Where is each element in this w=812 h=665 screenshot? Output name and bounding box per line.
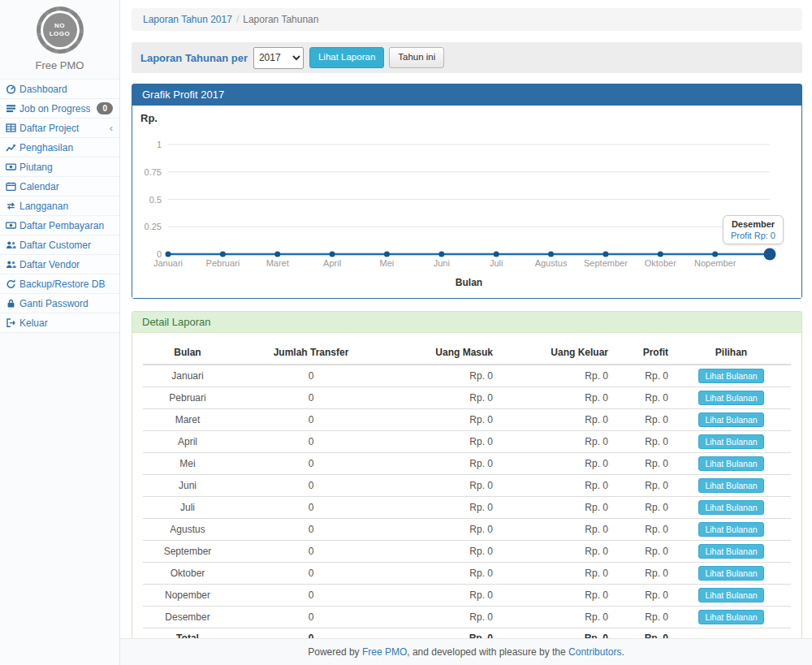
sidebar-item-keluar[interactable]: Keluar bbox=[0, 313, 119, 333]
table-row: April0Rp. 0Rp. 0Rp. 0Lihat Bulanan bbox=[143, 431, 791, 453]
users-icon bbox=[6, 259, 19, 270]
svg-text:Bulan: Bulan bbox=[456, 277, 482, 288]
cell-jumlah-transfer: 0 bbox=[232, 585, 390, 607]
cell-uang-masuk: Rp. 0 bbox=[390, 519, 496, 541]
cell-uang-keluar: Rp. 0 bbox=[496, 475, 611, 497]
cell-pilihan: Lihat Bulanan bbox=[672, 409, 791, 431]
sign-out-icon bbox=[6, 317, 19, 328]
sidebar-item-label: Ganti Password bbox=[19, 298, 89, 309]
sidebar-item-backup-restore-db[interactable]: Backup/Restore DB bbox=[0, 274, 119, 294]
footer-link-free-pmo[interactable]: Free PMO bbox=[362, 646, 407, 658]
cell-profit: Rp. 0 bbox=[611, 541, 672, 563]
svg-text:September: September bbox=[584, 258, 628, 268]
lihat-bulanan-button[interactable]: Lihat Bulanan bbox=[698, 456, 763, 471]
sidebar-item-ganti-password[interactable]: Ganti Password bbox=[0, 294, 119, 313]
cell-pilihan: Lihat Bulanan bbox=[672, 563, 791, 585]
cell-profit: Rp. 0 bbox=[611, 607, 672, 628]
cell-profit: Rp. 0 bbox=[611, 387, 672, 409]
svg-text:1: 1 bbox=[157, 140, 162, 149]
lihat-bulanan-button[interactable]: Lihat Bulanan bbox=[698, 478, 763, 493]
tahun-ini-button[interactable]: Tahun ini bbox=[389, 47, 444, 68]
cell-jumlah-transfer: 0 bbox=[232, 607, 390, 628]
lihat-bulanan-button[interactable]: Lihat Bulanan bbox=[698, 610, 763, 624]
col-header-pilihan: Pilihan bbox=[672, 341, 791, 365]
footer-text-suffix: . bbox=[621, 646, 624, 658]
sidebar-item-label: Daftar Pembayaran bbox=[19, 220, 104, 231]
cell-pilihan: Lihat Bulanan bbox=[672, 365, 791, 387]
chart-tooltip: Desember Profit Rp: 0 bbox=[723, 215, 784, 244]
col-header-uang-masuk: Uang Masuk bbox=[390, 341, 496, 365]
sidebar-item-daftar-customer[interactable]: Daftar Customer bbox=[0, 235, 119, 255]
cell-uang-masuk: Rp. 0 bbox=[390, 453, 496, 475]
lihat-bulanan-button[interactable]: Lihat Bulanan bbox=[698, 500, 763, 515]
sidebar-item-label: Piutang bbox=[19, 162, 53, 173]
table-header-row: Bulan Jumlah Transfer Uang Masuk Uang Ke… bbox=[143, 341, 791, 365]
cell-bulan: Nopember bbox=[143, 585, 232, 607]
cell-jumlah-transfer: 0 bbox=[232, 475, 390, 497]
cell-profit: Rp. 0 bbox=[611, 475, 672, 497]
cell-bulan: Maret bbox=[143, 409, 232, 431]
breadcrumb: Laporan Tahun 2017/Laporan Tahunan bbox=[132, 8, 802, 31]
sidebar-item-daftar-vendor[interactable]: Daftar Vendor bbox=[0, 255, 119, 274]
cell-jumlah-transfer: 0 bbox=[232, 365, 390, 387]
table-row: Mei0Rp. 0Rp. 0Rp. 0Lihat Bulanan bbox=[143, 453, 791, 475]
sidebar-menu: DashboardJob on Progress0Daftar Project‹… bbox=[0, 79, 119, 333]
lihat-bulanan-button[interactable]: Lihat Bulanan bbox=[698, 544, 763, 559]
cell-uang-masuk: Rp. 0 bbox=[390, 607, 496, 628]
sidebar-item-dashboard[interactable]: Dashboard bbox=[0, 80, 119, 99]
sidebar-item-label: Penghasilan bbox=[19, 142, 73, 153]
lihat-bulanan-button[interactable]: Lihat Bulanan bbox=[698, 522, 763, 537]
cell-uang-keluar: Rp. 0 bbox=[496, 409, 611, 431]
table-icon bbox=[6, 123, 19, 133]
table-row: Maret0Rp. 0Rp. 0Rp. 0Lihat Bulanan bbox=[143, 409, 791, 431]
lihat-bulanan-button[interactable]: Lihat Bulanan bbox=[698, 588, 763, 602]
sidebar-item-calendar[interactable]: Calendar bbox=[0, 177, 119, 196]
footer-link-contributors[interactable]: Contributors bbox=[568, 646, 621, 658]
lihat-bulanan-button[interactable]: Lihat Bulanan bbox=[698, 369, 763, 383]
main-content: Laporan Tahun 2017/Laporan Tahunan Lapor… bbox=[120, 0, 812, 665]
sidebar-item-job-on-progress[interactable]: Job on Progress0 bbox=[0, 99, 119, 119]
cell-bulan: Mei bbox=[143, 453, 232, 475]
cell-uang-keluar: Rp. 0 bbox=[496, 607, 611, 628]
cell-jumlah-transfer: 0 bbox=[232, 563, 390, 585]
svg-text:0.5: 0.5 bbox=[149, 195, 162, 205]
breadcrumb-separator: / bbox=[236, 14, 239, 25]
year-select[interactable]: 2017 bbox=[253, 47, 304, 69]
chevron-left-icon: ‹ bbox=[110, 123, 113, 133]
cell-bulan: Pebruari bbox=[143, 387, 232, 409]
breadcrumb-link-laporan-tahun[interactable]: Laporan Tahun 2017 bbox=[143, 14, 232, 25]
profit-chart-panel: Grafik Profit 2017 Rp.00.250.50.751Janua… bbox=[132, 84, 802, 299]
lihat-bulanan-button[interactable]: Lihat Bulanan bbox=[698, 566, 763, 581]
cell-uang-masuk: Rp. 0 bbox=[390, 365, 496, 387]
sidebar-item-daftar-project[interactable]: Daftar Project‹ bbox=[0, 119, 119, 138]
chart-body: Rp.00.250.50.751JanuariPebruariMaretApri… bbox=[132, 106, 801, 298]
cell-bulan: Juni bbox=[143, 475, 232, 497]
cell-profit: Rp. 0 bbox=[611, 431, 672, 453]
lihat-bulanan-button[interactable]: Lihat Bulanan bbox=[698, 391, 763, 405]
app-logo: NO LOGO bbox=[37, 6, 84, 54]
dashboard-icon bbox=[6, 84, 19, 94]
table-row: Juli0Rp. 0Rp. 0Rp. 0Lihat Bulanan bbox=[143, 497, 791, 519]
cell-jumlah-transfer: 0 bbox=[232, 497, 390, 519]
lihat-bulanan-button[interactable]: Lihat Bulanan bbox=[698, 434, 763, 449]
cell-jumlah-transfer: 0 bbox=[232, 519, 390, 541]
tasks-icon bbox=[6, 103, 19, 114]
lihat-laporan-button[interactable]: Lihat Laporan bbox=[309, 47, 384, 68]
cell-bulan: Januari bbox=[143, 365, 232, 387]
cell-pilihan: Lihat Bulanan bbox=[672, 541, 791, 563]
money-icon bbox=[6, 162, 19, 172]
sidebar-item-penghasilan[interactable]: Penghasilan bbox=[0, 138, 119, 158]
profit-line-chart[interactable]: Rp.00.250.50.751JanuariPebruariMaretApri… bbox=[137, 107, 795, 292]
lihat-bulanan-button[interactable]: Lihat Bulanan bbox=[698, 412, 763, 427]
cell-pilihan: Lihat Bulanan bbox=[672, 475, 791, 497]
sidebar-item-piutang[interactable]: Piutang bbox=[0, 158, 119, 177]
cell-uang-masuk: Rp. 0 bbox=[390, 563, 496, 585]
sidebar-item-label: Keluar bbox=[19, 317, 48, 329]
cell-jumlah-transfer: 0 bbox=[232, 387, 390, 409]
sidebar-item-langganan[interactable]: Langganan bbox=[0, 196, 119, 216]
table-row: Nopember0Rp. 0Rp. 0Rp. 0Lihat Bulanan bbox=[143, 585, 791, 607]
sidebar-item-daftar-pembayaran[interactable]: Daftar Pembayaran bbox=[0, 216, 119, 235]
cell-uang-keluar: Rp. 0 bbox=[496, 585, 611, 607]
cell-uang-keluar: Rp. 0 bbox=[496, 497, 611, 519]
col-header-jumlah-transfer: Jumlah Transfer bbox=[232, 341, 390, 365]
